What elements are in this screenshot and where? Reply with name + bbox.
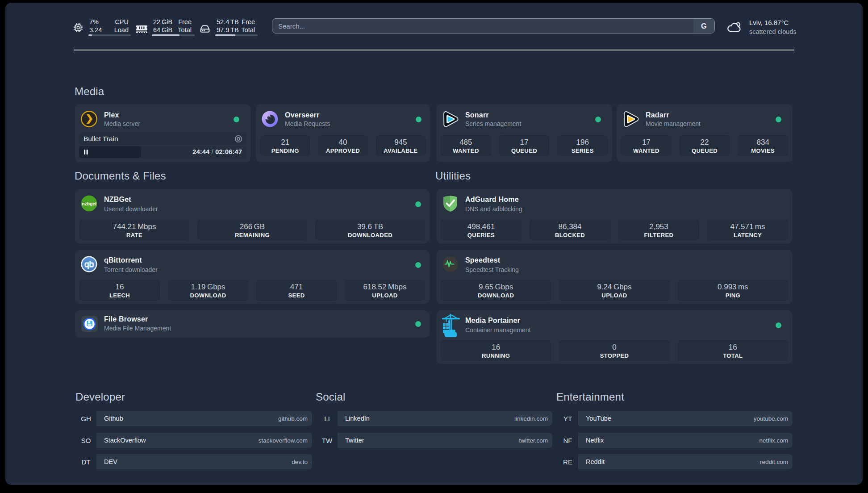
svg-text:qb: qb bbox=[84, 259, 94, 269]
svg-text:nzbget: nzbget bbox=[82, 201, 96, 206]
